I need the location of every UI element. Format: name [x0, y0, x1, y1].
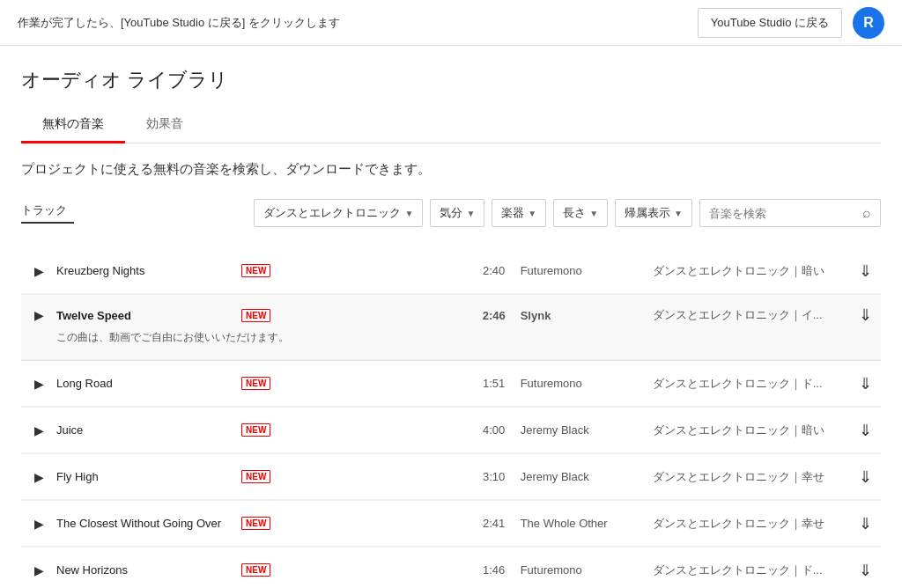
- track-genre: ダンスとエレクトロニック｜幸せ: [653, 469, 849, 485]
- track-row: ▶Long RoadNEW1:51Futuremonoダンスとエレクトロニック｜…: [21, 361, 881, 408]
- track-genre: ダンスとエレクトロニック｜イ...: [653, 307, 849, 323]
- track-info-row: ▶New HorizonsNEW1:46Futuremonoダンスとエレクトロニ…: [21, 548, 881, 588]
- track-title: The Closest Without Going Over: [56, 517, 233, 530]
- play-button[interactable]: ▶: [21, 470, 56, 484]
- tab-free-music[interactable]: 無料の音楽: [21, 107, 125, 143]
- tab-sound-effects[interactable]: 効果音: [125, 107, 204, 143]
- new-badge: NEW: [241, 470, 270, 483]
- download-button[interactable]: ⇓: [849, 261, 881, 281]
- play-button[interactable]: ▶: [21, 563, 56, 577]
- track-note: この曲は、動画でご自由にお使いいただけます。: [21, 325, 881, 349]
- instrument-filter-label: 楽器: [501, 205, 524, 221]
- track-title: Twelve Speed: [56, 309, 233, 322]
- play-button[interactable]: ▶: [21, 264, 56, 278]
- track-duration: 4:00: [468, 423, 521, 437]
- search-box[interactable]: ⌕: [699, 199, 881, 227]
- genre-filter[interactable]: ダンスとエレクトロニック ▼: [254, 199, 423, 227]
- track-artist: Futuremono: [521, 563, 653, 577]
- filter-bar: トラック ダンスとエレクトロニック ▼ 気分 ▼ 楽器 ▼ 長さ ▼ 帰属表示 …: [21, 199, 881, 234]
- track-genre: ダンスとエレクトロニック｜ド...: [653, 376, 849, 392]
- length-filter[interactable]: 長さ ▼: [553, 199, 608, 227]
- topbar-right: YouTube Studio に戻る R: [698, 7, 884, 39]
- chevron-down-icon: ▼: [528, 209, 536, 218]
- track-row: ▶The Closest Without Going OverNEW2:41Th…: [21, 501, 881, 548]
- new-badge: NEW: [241, 309, 270, 322]
- track-duration: 3:10: [468, 470, 521, 483]
- download-button[interactable]: ⇓: [849, 561, 881, 580]
- track-duration: 1:51: [468, 377, 521, 390]
- chevron-down-icon: ▼: [674, 209, 683, 218]
- download-button[interactable]: ⇓: [849, 374, 881, 393]
- track-artist: Jeremy Black: [521, 470, 653, 483]
- track-info-row: ▶Long RoadNEW1:51Futuremonoダンスとエレクトロニック｜…: [21, 361, 881, 407]
- new-badge: NEW: [241, 264, 270, 277]
- new-badge: NEW: [241, 377, 270, 390]
- track-genre: ダンスとエレクトロニック｜暗い: [653, 263, 849, 279]
- mood-filter[interactable]: 気分 ▼: [430, 199, 484, 227]
- track-list: ▶Kreuzberg NightsNEW2:40Futuremonoダンスとエレ…: [21, 248, 881, 588]
- download-button[interactable]: ⇓: [849, 467, 881, 487]
- new-badge: NEW: [241, 563, 270, 577]
- attribution-filter[interactable]: 帰属表示 ▼: [615, 199, 692, 227]
- track-title: Fly High: [56, 470, 233, 483]
- track-duration: 1:46: [468, 563, 521, 577]
- chevron-down-icon: ▼: [404, 209, 413, 218]
- track-artist: Slynk: [521, 309, 653, 322]
- mood-filter-label: 気分: [440, 205, 462, 221]
- track-info-row: ▶JuiceNEW4:00Jeremy Blackダンスとエレクトロニック｜暗い…: [21, 408, 881, 453]
- play-button[interactable]: ▶: [21, 423, 56, 437]
- track-duration: 2:46: [468, 309, 521, 322]
- genre-filter-label: ダンスとエレクトロニック: [263, 205, 401, 221]
- track-row: ▶New HorizonsNEW1:46Futuremonoダンスとエレクトロニ…: [21, 548, 881, 588]
- track-info-row: ▶Kreuzberg NightsNEW2:40Futuremonoダンスとエレ…: [21, 248, 881, 294]
- search-icon: ⌕: [862, 205, 871, 221]
- page-description: プロジェクトに使える無料の音楽を検索し、ダウンロードできます。: [21, 161, 881, 178]
- track-genre: ダンスとエレクトロニック｜暗い: [653, 423, 849, 438]
- track-info-row: ▶Fly HighNEW3:10Jeremy Blackダンスとエレクトロニック…: [21, 454, 881, 500]
- tabs: 無料の音楽 効果音: [21, 107, 881, 143]
- track-column-label: トラック: [21, 202, 74, 224]
- track-info-row: ▶The Closest Without Going OverNEW2:41Th…: [21, 501, 881, 547]
- chevron-down-icon: ▼: [466, 209, 475, 218]
- topbar: 作業が完了したら、[YouTube Studio に戻る] をクリックします Y…: [0, 0, 902, 46]
- track-artist: Futuremono: [521, 377, 653, 390]
- length-filter-label: 長さ: [563, 205, 586, 221]
- track-row: ▶Fly HighNEW3:10Jeremy Blackダンスとエレクトロニック…: [21, 454, 881, 501]
- track-title: Long Road: [56, 377, 233, 390]
- studio-button[interactable]: YouTube Studio に戻る: [698, 8, 842, 38]
- track-genre: ダンスとエレクトロニック｜幸せ: [653, 516, 849, 532]
- play-button[interactable]: ▶: [21, 517, 56, 531]
- download-button[interactable]: ⇓: [849, 421, 881, 440]
- track-title: New Horizons: [56, 563, 233, 577]
- track-title: Kreuzberg Nights: [56, 264, 233, 277]
- page-title: オーディオ ライブラリ: [21, 67, 881, 93]
- instrument-filter[interactable]: 楽器 ▼: [492, 199, 546, 227]
- attribution-filter-label: 帰属表示: [625, 205, 670, 221]
- new-badge: NEW: [241, 517, 270, 530]
- track-artist: Futuremono: [521, 264, 653, 277]
- search-input[interactable]: [709, 207, 857, 220]
- track-genre: ダンスとエレクトロニック｜ド...: [653, 562, 849, 578]
- main-content: オーディオ ライブラリ 無料の音楽 効果音 プロジェクトに使える無料の音楽を検索…: [0, 46, 902, 588]
- avatar[interactable]: R: [853, 7, 884, 39]
- track-row: ▶Twelve SpeedNEW2:46Slynkダンスとエレクトロニック｜イ.…: [21, 295, 881, 361]
- track-artist: Jeremy Black: [521, 423, 653, 437]
- track-row: ▶Kreuzberg NightsNEW2:40Futuremonoダンスとエレ…: [21, 248, 881, 295]
- track-info-row: ▶Twelve SpeedNEW2:46Slynkダンスとエレクトロニック｜イ.…: [21, 295, 881, 360]
- new-badge: NEW: [241, 423, 270, 437]
- play-button[interactable]: ▶: [21, 377, 56, 391]
- track-duration: 2:41: [468, 517, 521, 530]
- download-button[interactable]: ⇓: [849, 305, 881, 325]
- track-row: ▶JuiceNEW4:00Jeremy Blackダンスとエレクトロニック｜暗い…: [21, 408, 881, 454]
- track-artist: The Whole Other: [521, 517, 653, 530]
- topbar-message: 作業が完了したら、[YouTube Studio に戻る] をクリックします: [18, 15, 340, 31]
- download-button[interactable]: ⇓: [849, 514, 881, 533]
- chevron-down-icon: ▼: [589, 209, 598, 218]
- track-duration: 2:40: [468, 264, 521, 277]
- play-button[interactable]: ▶: [21, 308, 56, 322]
- track-title: Juice: [56, 423, 233, 437]
